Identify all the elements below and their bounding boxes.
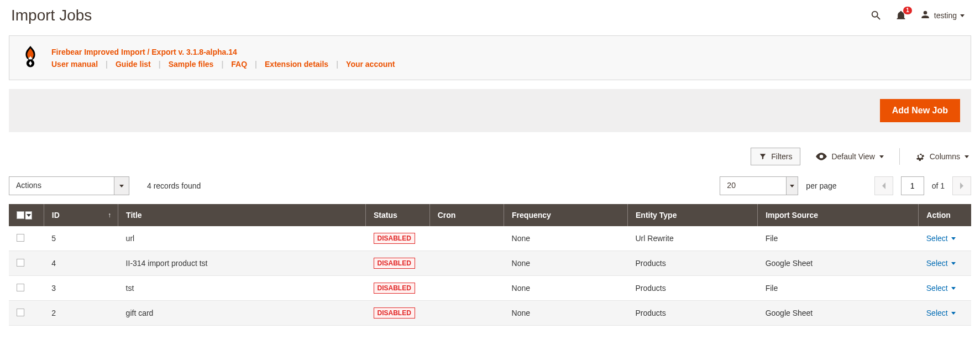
cell-title: url [118, 226, 366, 251]
row-action-select[interactable]: Select [926, 259, 956, 268]
chevron-down-icon [790, 185, 794, 187]
cell-cron [429, 251, 504, 276]
col-header-entity-type[interactable]: Entity Type [628, 204, 758, 226]
columns-label: Columns [930, 152, 960, 161]
actions-select[interactable]: Actions [9, 176, 129, 195]
cell-cron [429, 226, 504, 251]
table-row[interactable]: 3tstDISABLEDNoneProductsFileSelect [9, 276, 971, 301]
status-badge: DISABLED [374, 283, 415, 294]
per-page-value: 20 [720, 176, 786, 195]
cell-id: 2 [44, 301, 118, 326]
col-header-frequency[interactable]: Frequency [504, 204, 628, 226]
filters-label: Filters [771, 152, 792, 161]
cell-id: 5 [44, 226, 118, 251]
row-action-select[interactable]: Select [926, 284, 956, 293]
cell-import-source: File [758, 226, 919, 251]
per-page-label: per page [806, 181, 836, 190]
records-found: 4 records found [147, 181, 201, 190]
table-row[interactable]: 5urlDISABLEDNoneUrl RewriteFileSelect [9, 226, 971, 251]
cell-title: II-314 import product tst [118, 251, 366, 276]
link-your-account[interactable]: Your account [346, 60, 395, 69]
add-new-job-button[interactable]: Add New Job [880, 99, 960, 122]
select-all-checkbox[interactable] [17, 211, 24, 219]
col-header-import-src[interactable]: Import Source [758, 204, 919, 226]
chevron-down-icon [119, 185, 124, 187]
row-checkbox[interactable] [17, 309, 24, 316]
link-user-manual[interactable]: User manual [51, 60, 98, 69]
prev-page-button[interactable] [874, 176, 893, 195]
cell-import-source: Google Sheet [758, 301, 919, 326]
firebear-logo-icon [20, 46, 40, 70]
product-banner: Firebear Improved Import / Export v. 3.1… [9, 35, 971, 80]
banner-title: Firebear Improved Import / Export v. 3.1… [51, 48, 395, 56]
col-header-status[interactable]: Status [366, 204, 430, 226]
per-page-select[interactable]: 20 [720, 176, 798, 195]
cell-frequency: None [504, 301, 628, 326]
cell-import-source: File [758, 276, 919, 301]
link-guide-list[interactable]: Guide list [116, 60, 151, 69]
notifications-badge: 1 [903, 7, 912, 14]
table-row[interactable]: 4II-314 import product tstDISABLEDNonePr… [9, 251, 971, 276]
page-total: of 1 [932, 181, 945, 190]
chevron-down-icon [951, 312, 956, 315]
link-faq[interactable]: FAQ [231, 60, 247, 69]
search-icon[interactable] [870, 9, 882, 22]
cell-entity-type: Products [628, 276, 758, 301]
link-sample-files[interactable]: Sample files [169, 60, 214, 69]
gear-icon [915, 152, 925, 161]
cell-import-source: Google Sheet [758, 251, 919, 276]
cell-cron [429, 301, 504, 326]
col-header-action[interactable]: Action [919, 204, 971, 226]
col-header-cron[interactable]: Cron [429, 204, 504, 226]
chevron-down-icon [879, 155, 884, 158]
row-action-select[interactable]: Select [926, 234, 956, 243]
columns-toggle[interactable]: Columns [915, 152, 969, 161]
page-input[interactable] [901, 176, 924, 195]
chevron-left-icon [882, 182, 886, 189]
actions-select-toggle[interactable] [114, 176, 129, 195]
select-all-toggle[interactable] [25, 211, 32, 220]
chevron-right-icon [960, 182, 964, 189]
notifications-icon[interactable]: 1 [895, 10, 906, 21]
status-badge: DISABLED [374, 233, 415, 244]
per-page-toggle[interactable] [786, 176, 798, 195]
separator [899, 148, 900, 165]
next-page-button[interactable] [952, 176, 971, 195]
table-row[interactable]: 2gift cardDISABLEDNoneProductsGoogle She… [9, 301, 971, 326]
filters-button[interactable]: Filters [751, 148, 800, 165]
banner-links: User manual| Guide list| Sample files| F… [51, 60, 395, 69]
chevron-down-icon [27, 214, 31, 217]
cell-entity-type: Products [628, 301, 758, 326]
action-bar: Add New Job [9, 89, 971, 132]
col-header-title[interactable]: Title [118, 204, 366, 226]
page-title: Import Jobs [11, 7, 870, 24]
row-checkbox[interactable] [17, 284, 24, 291]
cell-frequency: None [504, 251, 628, 276]
actions-select-label: Actions [9, 176, 114, 195]
chevron-down-icon [951, 262, 956, 265]
chevron-down-icon [951, 237, 956, 240]
sort-asc-icon: ↑ [108, 211, 111, 219]
cell-entity-type: Url Rewrite [628, 226, 758, 251]
cell-frequency: None [504, 276, 628, 301]
default-view-toggle[interactable]: Default View [816, 152, 883, 161]
cell-id: 4 [44, 251, 118, 276]
row-action-select[interactable]: Select [926, 309, 956, 317]
row-checkbox[interactable] [17, 259, 24, 267]
link-ext-details[interactable]: Extension details [265, 60, 328, 69]
cell-entity-type: Products [628, 251, 758, 276]
jobs-grid: ID ↑ Title Status Cron Frequency Entity … [9, 204, 971, 326]
eye-icon [816, 153, 827, 160]
chevron-down-icon [960, 14, 965, 17]
col-header-id[interactable]: ID ↑ [44, 204, 118, 226]
cell-cron [429, 276, 504, 301]
user-menu[interactable]: testing [920, 10, 965, 21]
user-name: testing [934, 11, 957, 20]
row-checkbox[interactable] [17, 234, 24, 242]
chevron-down-icon [951, 287, 956, 290]
status-badge: DISABLED [374, 258, 415, 269]
chevron-down-icon [965, 155, 969, 158]
cell-frequency: None [504, 226, 628, 251]
funnel-icon [759, 153, 767, 160]
status-badge: DISABLED [374, 307, 415, 319]
